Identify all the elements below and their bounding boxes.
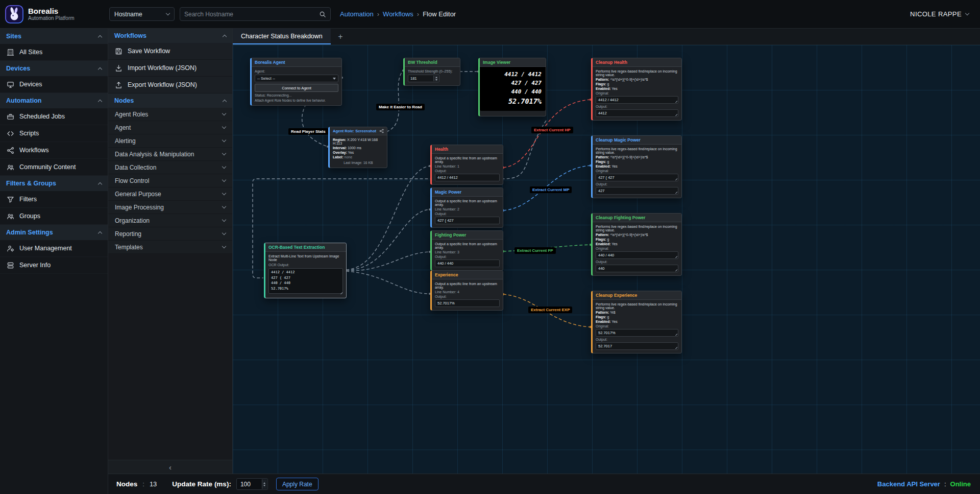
export-workflow-button[interactable]: Export Workflow (JSON) — [108, 77, 232, 93]
output-field[interactable]: 52.7017% — [435, 299, 500, 307]
number-stepper[interactable] — [433, 76, 438, 81]
output-textarea[interactable]: 440 — [596, 265, 678, 272]
sidebar-item-groups[interactable]: Groups — [0, 208, 108, 225]
flow-canvas[interactable]: Borealis Agent Agent: -- Select -- Conne… — [233, 45, 980, 474]
node-cleanup-experience[interactable]: Cleanup Experience Performs live regex-b… — [591, 291, 682, 354]
edge-label-extract-current-fp[interactable]: Extract Current FP — [514, 247, 556, 254]
edge-label-extract-current-exp[interactable]: Extract Current EXP — [528, 307, 572, 313]
edge-label-extract-current-mp[interactable]: Extract Current MP — [530, 186, 572, 193]
output-field[interactable]: 440 / 440 — [435, 260, 500, 267]
node-desc: Performs live regex-based find/replace o… — [596, 302, 678, 310]
node-category-general-purpose[interactable]: General Purpose — [108, 187, 232, 201]
threshold-input[interactable]: 181 — [408, 75, 439, 82]
breadcrumb-automation[interactable]: Automation — [340, 10, 374, 18]
sidebar-header-sites[interactable]: Sites — [0, 29, 108, 44]
resize-grip[interactable] — [674, 112, 677, 116]
sidebar-item-devices[interactable]: Devices — [0, 76, 108, 93]
edge-ocr-to-magic[interactable] — [346, 209, 430, 270]
edge-ocr-to-fighting[interactable] — [346, 252, 430, 271]
hostname-search[interactable] — [180, 7, 331, 21]
breadcrumb-workflows[interactable]: Workflows — [383, 10, 413, 18]
chevron-down-icon — [222, 218, 226, 222]
resize-grip[interactable] — [674, 345, 677, 349]
edge-label-read-player-stats[interactable]: Read Player Stats — [288, 128, 328, 135]
sidebar-item-all-sites[interactable]: All Sites — [0, 44, 108, 61]
node-fighting-power[interactable]: Fighting Power Output a specific line fr… — [430, 230, 503, 271]
node-borealis-agent[interactable]: Borealis Agent Agent: -- Select -- Conne… — [250, 58, 342, 106]
node-ocr-text-extraction[interactable]: OCR-Based Text Extraction Extract Multi-… — [264, 243, 347, 298]
edge-label-make-easier-to-read[interactable]: Make it Easier to Read — [376, 104, 425, 110]
node-health[interactable]: Health Output a specific line from an up… — [430, 145, 503, 185]
edge-label-extract-current-hp[interactable]: Extract Current HP — [531, 127, 573, 133]
node-category-data-collection[interactable]: Data Collection — [108, 161, 232, 174]
resize-grip[interactable] — [674, 190, 677, 194]
resize-grip[interactable] — [674, 254, 677, 258]
save-workflow-button[interactable]: Save Workflow — [108, 43, 232, 60]
node-category-reporting[interactable]: Reporting — [108, 227, 232, 241]
node-agent-role-screenshot[interactable]: Agent Role: Screenshot Region: X:200 Y:4… — [328, 127, 387, 168]
original-textarea[interactable]: 4412 / 4412 — [596, 96, 678, 104]
original-textarea[interactable]: 52.7017% — [596, 329, 678, 337]
sidebar-item-community-content[interactable]: Community Content — [0, 159, 108, 176]
node-category-agent-roles[interactable]: Agent Roles — [108, 108, 232, 121]
agent-select-value: -- Select -- — [257, 76, 275, 81]
original-textarea[interactable]: 427 { 427 — [596, 174, 678, 181]
node-image-viewer[interactable]: Image Viewer 4412 / 4412 427 / 427 440 /… — [478, 58, 546, 116]
import-workflow-button[interactable]: Import Workflow (JSON) — [108, 60, 232, 77]
node-category-agent[interactable]: Agent — [108, 121, 232, 134]
number-stepper[interactable] — [262, 479, 267, 489]
sidebar-header-filters-groups[interactable]: Filters & Groups — [0, 176, 108, 191]
sidebar-item-scheduled-jobs[interactable]: Scheduled Jobs — [0, 108, 108, 125]
node-cleanup-magic-power[interactable]: Cleanup Magic Power Performs live regex-… — [591, 135, 682, 198]
sidebar-item-user-management[interactable]: User Management — [0, 240, 108, 257]
sidebar-header-admin-settings[interactable]: Admin Settings — [0, 225, 108, 240]
sidebar-header-automation[interactable]: Automation — [0, 93, 108, 108]
panel-header-workflows[interactable]: Workflows — [108, 29, 232, 43]
panel-header-nodes[interactable]: Nodes — [108, 93, 232, 108]
node-category-flow-control[interactable]: Flow Control — [108, 174, 232, 187]
sidebar-item-filters[interactable]: Filters — [0, 191, 108, 208]
node-category-organization[interactable]: Organization — [108, 214, 232, 227]
node-experience[interactable]: Experience Output a specific line from a… — [430, 270, 503, 311]
tab-character-status-breakdown[interactable]: Character Status Breakdown — [233, 29, 331, 44]
apply-rate-button[interactable]: Apply Rate — [276, 478, 318, 490]
field-value: Yes — [611, 242, 617, 246]
sidebar-item-server-info[interactable]: Server Info — [0, 257, 108, 274]
search-input[interactable] — [184, 11, 319, 18]
add-tab-button[interactable]: + — [331, 29, 350, 44]
node-category-data-analysis[interactable]: Data Analysis & Manipulation — [108, 148, 232, 161]
node-category-templates[interactable]: Templates — [108, 241, 232, 254]
node-bw-threshold[interactable]: BW Threshold Threshold Strength (0–255):… — [403, 58, 460, 86]
resize-grip[interactable] — [674, 268, 677, 271]
agent-select[interactable]: -- Select -- — [255, 75, 338, 82]
update-rate-input[interactable]: 100 — [236, 478, 268, 490]
output-field[interactable]: 427 { 427 — [435, 217, 500, 224]
connect-to-agent-button[interactable]: Connect to Agent — [255, 84, 338, 92]
hostname-dropdown[interactable]: Hostname — [109, 7, 175, 21]
output-textarea[interactable]: 4412 — [596, 109, 678, 117]
output-textarea[interactable]: 427 — [596, 187, 678, 195]
node-category-image-processing[interactable]: Image Processing — [108, 201, 232, 214]
edge-ocr-to-experience[interactable] — [346, 271, 430, 294]
node-cleanup-fighting-power[interactable]: Cleanup Fighting Power Performs live reg… — [591, 213, 682, 276]
output-textarea[interactable]: 52.7017 — [596, 342, 678, 350]
ocr-output-textarea[interactable]: 4412 / 4412 427 { 427 440 / 440 52.7017% — [268, 268, 343, 294]
user-menu[interactable]: NICOLE RAPPE — [910, 10, 969, 18]
original-textarea[interactable]: 440 / 440 — [596, 251, 678, 259]
sidebar-item-workflows[interactable]: Workflows — [0, 142, 108, 159]
node-magic-power[interactable]: Magic Power Output a specific line from … — [430, 187, 503, 228]
resize-grip[interactable] — [674, 332, 677, 336]
resize-grip[interactable] — [674, 99, 677, 103]
share-icon[interactable] — [379, 129, 384, 133]
node-category-alerting[interactable]: Alerting — [108, 134, 232, 148]
original-label: Original: — [596, 91, 678, 95]
edge-ocr-to-health[interactable] — [346, 166, 430, 270]
edge-role-to-bw[interactable] — [386, 70, 403, 132]
sidebar-header-devices[interactable]: Devices — [0, 61, 108, 76]
node-cleanup-health[interactable]: Cleanup Health Performs live regex-based… — [591, 58, 682, 121]
output-field[interactable]: 4412 / 4412 — [435, 174, 500, 181]
resize-grip[interactable] — [674, 177, 677, 180]
field-value: none — [345, 155, 353, 159]
sidebar-item-scripts[interactable]: Scripts — [0, 125, 108, 142]
collapse-panel-button[interactable]: ‹ — [108, 460, 232, 474]
